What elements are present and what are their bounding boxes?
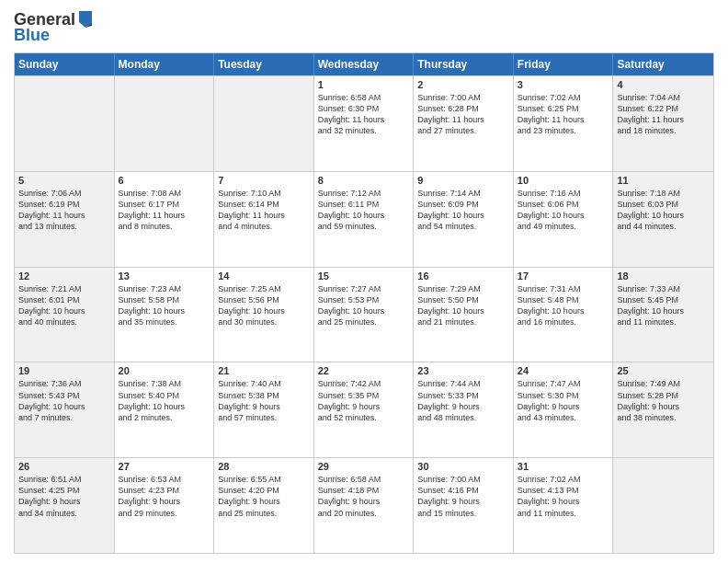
day-number: 27 [119,461,210,472]
calendar-cell-1-0: 5Sunrise: 7:06 AM Sunset: 6:19 PM Daylig… [15,172,115,267]
calendar-cell-0-2 [214,76,314,171]
calendar-row-3: 19Sunrise: 7:36 AM Sunset: 5:43 PM Dayli… [15,362,713,457]
calendar-cell-2-4: 16Sunrise: 7:29 AM Sunset: 5:50 PM Dayli… [414,268,514,362]
cell-info: Sunrise: 6:53 AM Sunset: 4:23 PM Dayligh… [119,474,210,519]
calendar-cell-4-0: 26Sunrise: 6:51 AM Sunset: 4:25 PM Dayli… [15,458,115,553]
cell-info: Sunrise: 7:21 AM Sunset: 6:01 PM Dayligh… [18,283,110,328]
day-number: 16 [417,270,509,282]
day-number: 1 [318,79,410,90]
day-number: 15 [318,270,410,282]
header-day-thursday: Thursday [414,53,514,75]
day-number: 10 [518,175,609,186]
day-number: 2 [417,79,509,90]
header-day-wednesday: Wednesday [314,53,415,75]
day-number: 9 [417,175,509,186]
day-number: 24 [518,365,609,376]
header-day-friday: Friday [514,53,614,75]
day-number: 12 [18,270,110,282]
cell-info: Sunrise: 7:12 AM Sunset: 6:11 PM Dayligh… [318,188,410,233]
day-number: 17 [518,270,609,282]
cell-info: Sunrise: 6:55 AM Sunset: 4:20 PM Dayligh… [218,474,310,519]
header-day-monday: Monday [115,53,215,75]
cell-info: Sunrise: 7:44 AM Sunset: 5:33 PM Dayligh… [417,378,509,423]
cell-info: Sunrise: 7:08 AM Sunset: 6:17 PM Dayligh… [119,188,210,233]
day-number: 22 [318,365,410,376]
day-number: 29 [318,461,410,472]
day-number: 25 [617,365,710,376]
calendar-cell-3-4: 23Sunrise: 7:44 AM Sunset: 5:33 PM Dayli… [414,362,514,457]
calendar: SundayMondayTuesdayWednesdayThursdayFrid… [14,52,714,554]
calendar-cell-0-0 [15,76,115,171]
calendar-row-2: 12Sunrise: 7:21 AM Sunset: 6:01 PM Dayli… [15,267,713,362]
cell-info: Sunrise: 7:02 AM Sunset: 4:13 PM Dayligh… [518,474,609,519]
day-number: 19 [18,365,110,376]
calendar-cell-2-0: 12Sunrise: 7:21 AM Sunset: 6:01 PM Dayli… [15,268,115,362]
header-day-tuesday: Tuesday [214,53,314,75]
calendar-cell-4-1: 27Sunrise: 6:53 AM Sunset: 4:23 PM Dayli… [115,458,215,553]
day-number: 20 [119,365,210,376]
calendar-cell-1-4: 9Sunrise: 7:14 AM Sunset: 6:09 PM Daylig… [414,172,514,267]
cell-info: Sunrise: 6:58 AM Sunset: 4:18 PM Dayligh… [318,474,410,519]
cell-info: Sunrise: 7:04 AM Sunset: 6:22 PM Dayligh… [617,92,710,137]
calendar-cell-1-3: 8Sunrise: 7:12 AM Sunset: 6:11 PM Daylig… [314,172,415,267]
cell-info: Sunrise: 7:06 AM Sunset: 6:19 PM Dayligh… [18,188,110,233]
day-number: 11 [617,175,710,186]
cell-info: Sunrise: 6:58 AM Sunset: 6:30 PM Dayligh… [318,92,410,137]
calendar-cell-0-4: 2Sunrise: 7:00 AM Sunset: 6:28 PM Daylig… [414,76,514,171]
cell-info: Sunrise: 7:18 AM Sunset: 6:03 PM Dayligh… [617,188,710,233]
day-number: 7 [218,175,310,186]
calendar-cell-3-0: 19Sunrise: 7:36 AM Sunset: 5:43 PM Dayli… [15,362,115,457]
day-number: 4 [617,79,710,90]
calendar-cell-3-1: 20Sunrise: 7:38 AM Sunset: 5:40 PM Dayli… [115,362,215,457]
calendar-row-0: 1Sunrise: 6:58 AM Sunset: 6:30 PM Daylig… [15,75,713,171]
cell-info: Sunrise: 7:33 AM Sunset: 5:45 PM Dayligh… [617,283,710,328]
calendar-cell-2-1: 13Sunrise: 7:23 AM Sunset: 5:58 PM Dayli… [115,268,215,362]
page: General Blue SundayMondayTuesdayWednesda… [0,0,728,563]
cell-info: Sunrise: 7:14 AM Sunset: 6:09 PM Dayligh… [417,188,509,233]
day-number: 8 [318,175,410,186]
logo-icon [77,9,94,29]
calendar-cell-0-5: 3Sunrise: 7:02 AM Sunset: 6:25 PM Daylig… [514,76,614,171]
calendar-cell-3-5: 24Sunrise: 7:47 AM Sunset: 5:30 PM Dayli… [514,362,614,457]
cell-info: Sunrise: 7:27 AM Sunset: 5:53 PM Dayligh… [318,283,410,328]
cell-info: Sunrise: 7:25 AM Sunset: 5:56 PM Dayligh… [218,283,310,328]
calendar-cell-2-3: 15Sunrise: 7:27 AM Sunset: 5:53 PM Dayli… [314,268,415,362]
calendar-body: 1Sunrise: 6:58 AM Sunset: 6:30 PM Daylig… [15,75,713,553]
calendar-cell-0-1 [115,76,215,171]
calendar-cell-0-6: 4Sunrise: 7:04 AM Sunset: 6:22 PM Daylig… [613,76,713,171]
calendar-cell-1-6: 11Sunrise: 7:18 AM Sunset: 6:03 PM Dayli… [613,172,713,267]
calendar-cell-3-3: 22Sunrise: 7:42 AM Sunset: 5:35 PM Dayli… [314,362,415,457]
calendar-cell-4-3: 29Sunrise: 6:58 AM Sunset: 4:18 PM Dayli… [314,458,415,553]
calendar-cell-4-5: 31Sunrise: 7:02 AM Sunset: 4:13 PM Dayli… [514,458,614,553]
calendar-cell-1-1: 6Sunrise: 7:08 AM Sunset: 6:17 PM Daylig… [115,172,215,267]
calendar-cell-1-5: 10Sunrise: 7:16 AM Sunset: 6:06 PM Dayli… [514,172,614,267]
cell-info: Sunrise: 7:00 AM Sunset: 6:28 PM Dayligh… [417,92,509,137]
calendar-cell-2-2: 14Sunrise: 7:25 AM Sunset: 5:56 PM Dayli… [214,268,314,362]
calendar-cell-0-3: 1Sunrise: 6:58 AM Sunset: 6:30 PM Daylig… [314,76,415,171]
cell-info: Sunrise: 6:51 AM Sunset: 4:25 PM Dayligh… [18,474,110,519]
day-number: 6 [119,175,210,186]
calendar-row-4: 26Sunrise: 6:51 AM Sunset: 4:25 PM Dayli… [15,457,713,553]
day-number: 30 [417,461,509,472]
cell-info: Sunrise: 7:40 AM Sunset: 5:38 PM Dayligh… [218,378,310,423]
calendar-cell-4-4: 30Sunrise: 7:00 AM Sunset: 4:16 PM Dayli… [414,458,514,553]
cell-info: Sunrise: 7:42 AM Sunset: 5:35 PM Dayligh… [318,378,410,423]
calendar-cell-3-2: 21Sunrise: 7:40 AM Sunset: 5:38 PM Dayli… [214,362,314,457]
cell-info: Sunrise: 7:10 AM Sunset: 6:14 PM Dayligh… [218,188,310,233]
day-number: 26 [18,461,110,472]
calendar-cell-4-6 [613,458,713,553]
day-number: 28 [218,461,310,472]
day-number: 21 [218,365,310,376]
day-number: 31 [518,461,609,472]
calendar-cell-3-6: 25Sunrise: 7:49 AM Sunset: 5:28 PM Dayli… [613,362,713,457]
cell-info: Sunrise: 7:31 AM Sunset: 5:48 PM Dayligh… [518,283,609,328]
cell-info: Sunrise: 7:23 AM Sunset: 5:58 PM Dayligh… [119,283,210,328]
header-day-saturday: Saturday [613,53,713,75]
cell-info: Sunrise: 7:00 AM Sunset: 4:16 PM Dayligh… [417,474,509,519]
header: General Blue [14,9,714,45]
calendar-cell-1-2: 7Sunrise: 7:10 AM Sunset: 6:14 PM Daylig… [214,172,314,267]
calendar-cell-4-2: 28Sunrise: 6:55 AM Sunset: 4:20 PM Dayli… [214,458,314,553]
calendar-row-1: 5Sunrise: 7:06 AM Sunset: 6:19 PM Daylig… [15,171,713,267]
calendar-cell-2-6: 18Sunrise: 7:33 AM Sunset: 5:45 PM Dayli… [613,268,713,362]
day-number: 3 [518,79,609,90]
